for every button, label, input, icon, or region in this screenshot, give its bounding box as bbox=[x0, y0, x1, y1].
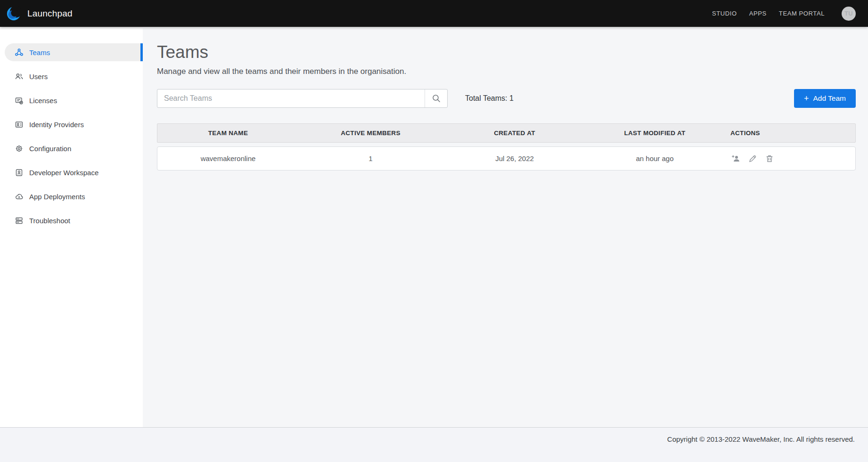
cell-active-members: 1 bbox=[299, 154, 442, 162]
sidebar-item-configuration[interactable]: Configuration bbox=[5, 139, 143, 157]
licenses-icon bbox=[15, 96, 24, 105]
footer: Copyright © 2013-2022 WaveMaker, Inc. Al… bbox=[0, 427, 868, 462]
sidebar: Teams Users bbox=[0, 27, 143, 427]
sidebar-item-label: Troubleshoot bbox=[29, 217, 70, 225]
sidebar-item-developer-workspace[interactable]: Developer Workspace bbox=[5, 163, 143, 181]
cell-created-at: Jul 26, 2022 bbox=[442, 154, 587, 162]
main-content: Teams Manage and view all the teams and … bbox=[143, 27, 868, 427]
top-navigation: STUDIO APPS TEAM PORTAL TU bbox=[712, 7, 856, 21]
column-header-team-name: TEAM NAME bbox=[157, 130, 299, 137]
sidebar-item-label: App Deployments bbox=[29, 193, 85, 201]
add-member-icon[interactable] bbox=[730, 154, 740, 163]
sidebar-item-label: Developer Workspace bbox=[29, 169, 98, 177]
nav-link-studio[interactable]: STUDIO bbox=[712, 10, 737, 17]
controls-row: Total Teams: 1 + Add Team bbox=[157, 89, 856, 108]
page-title: Teams bbox=[157, 42, 856, 62]
nav-link-team-portal[interactable]: TEAM PORTAL bbox=[779, 10, 825, 17]
wavemaker-logo-icon bbox=[6, 6, 22, 22]
table-header-row: TEAM NAME ACTIVE MEMBERS CREATED AT LAST… bbox=[157, 123, 856, 143]
page-subtitle: Manage and view all the teams and their … bbox=[157, 67, 856, 76]
column-header-actions: ACTIONS bbox=[723, 130, 855, 137]
sidebar-item-label: Identity Providers bbox=[29, 121, 84, 129]
cell-actions bbox=[723, 154, 855, 163]
developer-workspace-icon bbox=[15, 168, 24, 177]
app-title: Launchpad bbox=[27, 8, 73, 19]
user-avatar[interactable]: TU bbox=[842, 7, 856, 21]
app-deployments-icon bbox=[15, 192, 24, 201]
cell-team-name: wavemakeronline bbox=[157, 154, 299, 162]
app-window: Launchpad STUDIO APPS TEAM PORTAL TU bbox=[0, 0, 868, 462]
add-team-button-label: Add Team bbox=[813, 94, 846, 103]
app-body: Teams Users bbox=[0, 27, 868, 427]
copyright-text: Copyright © 2013-2022 WaveMaker, Inc. Al… bbox=[667, 435, 855, 443]
configuration-icon bbox=[15, 144, 24, 153]
sidebar-item-identity-providers[interactable]: Identity Providers bbox=[5, 115, 143, 133]
sidebar-item-label: Teams bbox=[29, 49, 50, 57]
sidebar-item-troubleshoot[interactable]: Troubleshoot bbox=[5, 211, 143, 229]
search-input[interactable] bbox=[157, 89, 425, 107]
add-team-button[interactable]: + Add Team bbox=[794, 89, 856, 108]
identity-providers-icon bbox=[15, 120, 24, 129]
sidebar-item-label: Configuration bbox=[29, 145, 71, 153]
search-button[interactable] bbox=[425, 89, 447, 107]
sidebar-item-licenses[interactable]: Licenses bbox=[5, 91, 143, 109]
nav-link-apps[interactable]: APPS bbox=[749, 10, 767, 17]
cell-last-modified-at: an hour ago bbox=[587, 154, 723, 162]
column-header-last-modified-at: LAST MODIFIED AT bbox=[587, 130, 723, 137]
delete-icon[interactable] bbox=[764, 154, 774, 163]
edit-icon[interactable] bbox=[747, 154, 757, 163]
total-teams-label: Total Teams: 1 bbox=[465, 94, 514, 103]
teams-table: TEAM NAME ACTIVE MEMBERS CREATED AT LAST… bbox=[157, 123, 856, 170]
sidebar-item-label: Users bbox=[29, 73, 48, 81]
plus-icon: + bbox=[804, 94, 809, 103]
users-icon bbox=[15, 72, 24, 81]
sidebar-item-label: Licenses bbox=[29, 97, 57, 105]
teams-icon bbox=[15, 48, 24, 57]
top-header: Launchpad STUDIO APPS TEAM PORTAL TU bbox=[0, 0, 868, 27]
sidebar-item-users[interactable]: Users bbox=[5, 67, 143, 85]
search-box bbox=[157, 89, 448, 108]
column-header-active-members: ACTIVE MEMBERS bbox=[299, 130, 442, 137]
sidebar-item-teams[interactable]: Teams bbox=[5, 43, 143, 61]
column-header-created-at: CREATED AT bbox=[442, 130, 587, 137]
table-row: wavemakeronline 1 Jul 26, 2022 an hour a… bbox=[157, 146, 856, 170]
sidebar-item-app-deployments[interactable]: App Deployments bbox=[5, 187, 143, 205]
search-icon bbox=[431, 93, 442, 104]
troubleshoot-icon bbox=[15, 216, 24, 225]
